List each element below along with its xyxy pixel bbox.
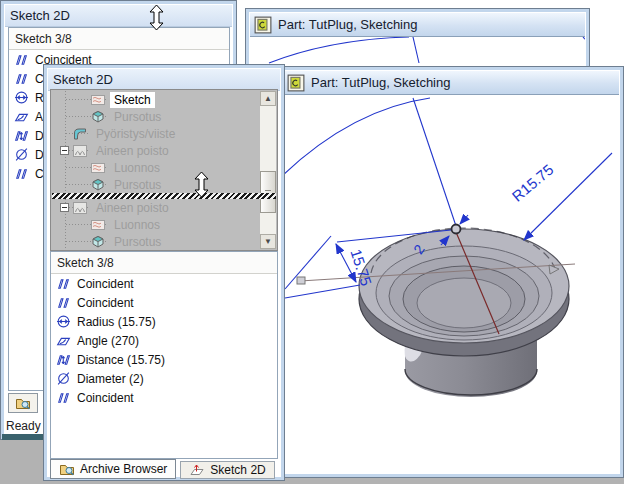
sketch-icon — [90, 217, 106, 233]
sketch-circle — [452, 225, 461, 234]
sketch-icon — [90, 92, 106, 108]
part-window-front-titlebar[interactable]: Part: TutPlug, Sketching — [283, 71, 619, 95]
dimension-distance-label: 15.75 — [347, 247, 375, 288]
status-bar: Ready — [6, 419, 41, 433]
distance-icon — [56, 352, 71, 367]
scrollbar-thumb[interactable] — [260, 171, 276, 213]
sketch2d-panel-middle: Sketch 2D SketchPursotusPyöristys/viiste… — [43, 64, 285, 481]
constraint-label: Coincident — [77, 391, 134, 405]
sketch-2d-icon — [189, 462, 205, 478]
section-title: Sketch 3/8 — [15, 32, 72, 46]
coincident-icon — [56, 295, 71, 310]
panel-tabbar: Archive Browser Sketch 2D — [50, 459, 275, 479]
scroll-up-button[interactable]: ▲ — [260, 91, 276, 106]
part-window-front: Part: TutPlug, Sketching — [278, 66, 624, 478]
application-screen: Part: TutPlug, Sketching Part: TutPlug, … — [0, 0, 624, 484]
tree-item-pursotus[interactable]: Pursotus — [52, 108, 260, 125]
left-archive-browser-tab[interactable] — [8, 393, 38, 413]
dimension-radius-label: R15.75 — [508, 161, 556, 205]
tree-item-label: Sketch — [110, 92, 155, 108]
radius-icon — [56, 314, 71, 329]
cut-icon — [72, 200, 88, 216]
coincident-icon — [14, 166, 29, 181]
distance-icon — [14, 128, 29, 143]
constraint-label: Coincident — [77, 296, 134, 310]
tree-item-label: Pursotus — [110, 177, 165, 193]
coincident-icon — [14, 71, 29, 86]
angle-icon — [14, 109, 29, 124]
constraint-label: Distance (15.75) — [77, 353, 165, 367]
extrude-icon — [90, 234, 106, 250]
window-title: Part: TutPlug, Sketching — [278, 17, 417, 32]
constraint-item[interactable]: Distance (15.75) — [51, 350, 277, 369]
tree-item-label: Pursotus — [110, 234, 165, 250]
constraint-item[interactable]: Coincident — [51, 274, 277, 293]
tab-label: Sketch 2D — [210, 463, 265, 477]
tree-item-py-ristys-viiste[interactable]: Pyöristys/viiste — [52, 125, 260, 142]
tree-item-pursotus[interactable]: Pursotus — [52, 176, 260, 193]
tree-item-pursotus[interactable]: Pursotus — [52, 233, 260, 249]
middle-constraint-list: CoincidentCoincidentRadius (15.75)Angle … — [51, 274, 277, 407]
model-flange — [297, 228, 575, 356]
left-panel-header[interactable]: Sketch 2D — [5, 5, 232, 27]
tree-item-label: Luonnos — [110, 160, 164, 176]
expander-minus[interactable] — [60, 146, 69, 155]
radius-icon — [14, 90, 29, 105]
fillet-icon — [72, 126, 88, 142]
coincident-icon — [56, 390, 71, 405]
constraint-item[interactable]: Diameter (2) — [51, 369, 277, 388]
tree-item-label: Pyöristys/viiste — [92, 126, 179, 142]
left-section-header: Sketch 3/8 — [9, 28, 229, 50]
section-title: Sketch 3/8 — [57, 256, 114, 270]
constraint-label: Angle (270) — [77, 334, 139, 348]
tree-item-aineen-poisto[interactable]: Aineen poisto — [52, 142, 260, 159]
sketch-icon — [90, 160, 106, 176]
constraint-item[interactable]: Radius (15.75) — [51, 312, 277, 331]
extrude-icon — [90, 177, 106, 193]
window-title: Part: TutPlug, Sketching — [311, 75, 450, 90]
tree-item-sketch[interactable]: Sketch — [52, 91, 260, 108]
feature-tree-rows: SketchPursotusPyöristys/viisteAineen poi… — [52, 91, 260, 249]
panel-title: Sketch 2D — [53, 72, 113, 87]
coincident-icon — [56, 276, 71, 291]
scroll-down-button[interactable]: ▼ — [260, 234, 276, 249]
angle-icon — [56, 333, 71, 348]
extrude-icon — [90, 109, 106, 125]
feature-tree: SketchPursotusPyöristys/viisteAineen poi… — [50, 89, 278, 251]
tree-item-aineen-poisto[interactable]: Aineen poisto — [52, 199, 260, 216]
model-canvas[interactable]: R15.75 15.75 2 — [283, 97, 619, 473]
archive-browser-icon — [15, 395, 31, 411]
tab-label: Archive Browser — [80, 462, 167, 476]
part-window-icon — [287, 74, 305, 92]
tree-item-label: Aineen poisto — [92, 200, 173, 216]
tree-item-luonnos[interactable]: Luonnos — [52, 216, 260, 233]
cut-icon — [72, 143, 88, 159]
diameter-icon — [56, 371, 71, 386]
part-window-icon — [254, 16, 272, 34]
constraint-label: Radius (15.75) — [77, 315, 156, 329]
model-view: R15.75 15.75 2 — [283, 97, 619, 473]
diameter-icon — [14, 147, 29, 162]
part-window-back-titlebar[interactable]: Part: TutPlug, Sketching — [250, 13, 585, 37]
drag-insert-indicator — [52, 193, 276, 199]
status-text: Ready — [6, 419, 41, 433]
constraint-item[interactable]: Angle (270) — [51, 331, 277, 350]
archive-browser-icon — [59, 461, 75, 477]
tree-item-label: Luonnos — [110, 217, 164, 233]
panel-title: Sketch 2D — [10, 8, 70, 23]
expander-minus[interactable] — [60, 203, 69, 212]
tab-archive-browser[interactable]: Archive Browser — [50, 459, 176, 479]
constraint-item[interactable]: Coincident — [51, 388, 277, 407]
middle-section-header: Sketch 3/8 — [51, 252, 277, 274]
coincident-icon — [14, 52, 29, 67]
constraint-item[interactable]: Coincident — [51, 293, 277, 312]
middle-constraint-box: Sketch 3/8 CoincidentCoincidentRadius (1… — [50, 251, 278, 459]
tree-item-luonnos[interactable]: Luonnos — [52, 159, 260, 176]
tree-item-label: Pursotus — [110, 109, 165, 125]
middle-panel-header[interactable]: Sketch 2D — [48, 69, 280, 91]
tab-sketch-2d[interactable]: Sketch 2D — [180, 461, 274, 479]
tree-scrollbar[interactable]: ▲ ▼ — [260, 91, 276, 249]
constraint-label: Diameter (2) — [77, 372, 144, 386]
constraint-label: Coincident — [77, 277, 134, 291]
tree-item-label: Aineen poisto — [92, 143, 173, 159]
